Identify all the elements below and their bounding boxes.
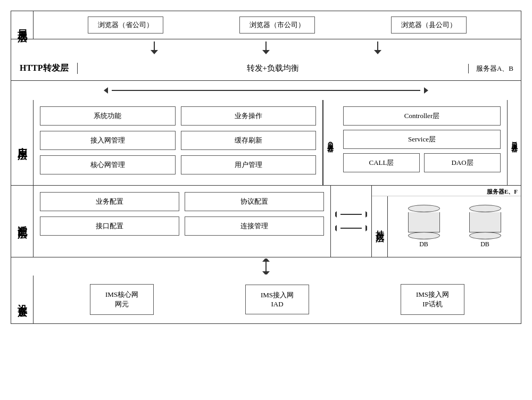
db-bottom-1 bbox=[408, 232, 440, 239]
app-right-content: Controller层 Service层 CALL层 DAO层 bbox=[337, 100, 507, 185]
db-bottom-2 bbox=[469, 232, 501, 239]
browser-box-3: 浏览器（县公司） bbox=[391, 16, 467, 34]
http-layer: HTTP转发层 转发+负载均衡 服务器A、B bbox=[11, 56, 521, 81]
server-d-label: 服务器D bbox=[507, 100, 521, 185]
svg-marker-16 bbox=[262, 259, 270, 262]
right-stack: Controller层 Service层 CALL层 DAO层 bbox=[343, 106, 501, 172]
adapter-device-arrows-svg bbox=[213, 259, 319, 274]
db-body-1 bbox=[408, 212, 440, 232]
call-dao-row: CALL层 DAO层 bbox=[343, 153, 501, 172]
presentation-layer: 展现层 浏览器（省公司） 浏览器（市公司） 浏览器（县公司） bbox=[11, 11, 521, 39]
presentation-label: 展现层 bbox=[11, 11, 34, 39]
db-label-1: DB bbox=[419, 240, 428, 248]
svg-marker-1 bbox=[151, 50, 158, 54]
adapter-to-persistence-arrows bbox=[331, 186, 372, 257]
http-right-label: 服务器A、B bbox=[468, 64, 521, 73]
adapter-func-3: 连接管理 bbox=[185, 216, 324, 236]
browser-box-2: 浏览器（市公司） bbox=[239, 16, 315, 34]
func-box-3: 缓存刷新 bbox=[181, 131, 317, 150]
func-box-5: 用户管理 bbox=[181, 155, 317, 174]
func-box-2: 接入网管理 bbox=[40, 131, 176, 150]
adapter-func-0: 业务配置 bbox=[40, 192, 179, 211]
svg-marker-13 bbox=[335, 225, 337, 231]
persistence-label: 持久层 bbox=[372, 196, 388, 257]
adapter-layer-row: 适配层 业务配置 协议配置 接口配置 连接管理 bbox=[11, 186, 521, 257]
service-box: Service层 bbox=[343, 130, 501, 149]
device-box-0: IMS核心网 网元 bbox=[90, 284, 154, 315]
dao-box: DAO层 bbox=[424, 153, 501, 172]
persistence-area: 服务器E、F 持久层 DB DB bbox=[372, 186, 521, 257]
svg-marker-5 bbox=[374, 50, 381, 54]
db-cylinder-2: DB bbox=[469, 205, 501, 248]
app-label: 应用层 bbox=[11, 100, 34, 185]
adapter-label: 适配层 bbox=[11, 186, 34, 257]
db-top-1 bbox=[408, 205, 440, 212]
func-box-4: 核心网管理 bbox=[40, 155, 176, 174]
func-box-0: 系统功能 bbox=[40, 106, 176, 126]
architecture-diagram: 展现层 浏览器（省公司） 浏览器（市公司） 浏览器（县公司） HTTP转发层 转… bbox=[11, 11, 521, 324]
controller-box: Controller层 bbox=[343, 106, 501, 126]
arrows-row-2 bbox=[11, 81, 521, 100]
func-box-1: 业务操作 bbox=[181, 106, 317, 126]
http-center-text: 转发+负载均衡 bbox=[78, 63, 468, 73]
adapter-left-content: 业务配置 协议配置 接口配置 连接管理 bbox=[34, 186, 331, 257]
svg-marker-11 bbox=[365, 211, 367, 218]
device-box-1: IMS接入网 IAD bbox=[245, 285, 309, 314]
app-left-content: 系统功能 业务操作 接入网管理 缓存刷新 核心网管理 用户管理 bbox=[34, 100, 323, 185]
svg-marker-10 bbox=[335, 211, 337, 218]
arrows-row-1 bbox=[11, 39, 521, 56]
db-label-2: DB bbox=[480, 240, 489, 248]
db-row: DB DB bbox=[388, 196, 521, 257]
device-box-2: IMS接入网 IP话机 bbox=[401, 284, 464, 315]
adapter-arrows-svg bbox=[335, 203, 367, 240]
server-c-label: 服务器C bbox=[323, 100, 337, 185]
adapter-func-1: 协议配置 bbox=[185, 192, 324, 211]
call-box: CALL层 bbox=[343, 153, 420, 172]
adapter-functions-grid: 业务配置 协议配置 接口配置 连接管理 bbox=[40, 192, 324, 236]
browser-box-1: 浏览器（省公司） bbox=[88, 16, 163, 34]
db-cylinder-1: DB bbox=[408, 205, 440, 248]
db-top-2 bbox=[469, 205, 501, 212]
app-functions-grid: 系统功能 业务操作 接入网管理 缓存刷新 核心网管理 用户管理 bbox=[40, 106, 316, 174]
device-layer: 设备层 IMS核心网 网元 IMS接入网 IAD IMS接入网 IP话机 bbox=[11, 276, 521, 323]
presentation-content: 浏览器（省公司） 浏览器（市公司） 浏览器（县公司） bbox=[34, 11, 521, 39]
down-arrows-svg bbox=[80, 40, 452, 55]
arrows-row-3 bbox=[11, 257, 521, 276]
svg-marker-14 bbox=[365, 225, 367, 231]
app-layer-row: 应用层 系统功能 业务操作 接入网管理 缓存刷新 核心网管理 用户管理 服务器C… bbox=[11, 100, 521, 186]
db-body-2 bbox=[469, 212, 501, 232]
svg-marker-7 bbox=[104, 87, 108, 94]
svg-marker-17 bbox=[262, 271, 270, 274]
http-label: HTTP转发层 bbox=[11, 63, 78, 74]
persistence-inner: 持久层 DB DB bbox=[372, 196, 521, 257]
device-content: IMS核心网 网元 IMS接入网 IAD IMS接入网 IP话机 bbox=[34, 276, 521, 323]
svg-marker-8 bbox=[424, 87, 428, 94]
device-label: 设备层 bbox=[11, 276, 34, 323]
server-ef-label: 服务器E、F bbox=[372, 186, 521, 196]
svg-marker-3 bbox=[262, 50, 270, 54]
double-arrow-svg bbox=[80, 82, 452, 99]
adapter-func-2: 接口配置 bbox=[40, 216, 179, 236]
